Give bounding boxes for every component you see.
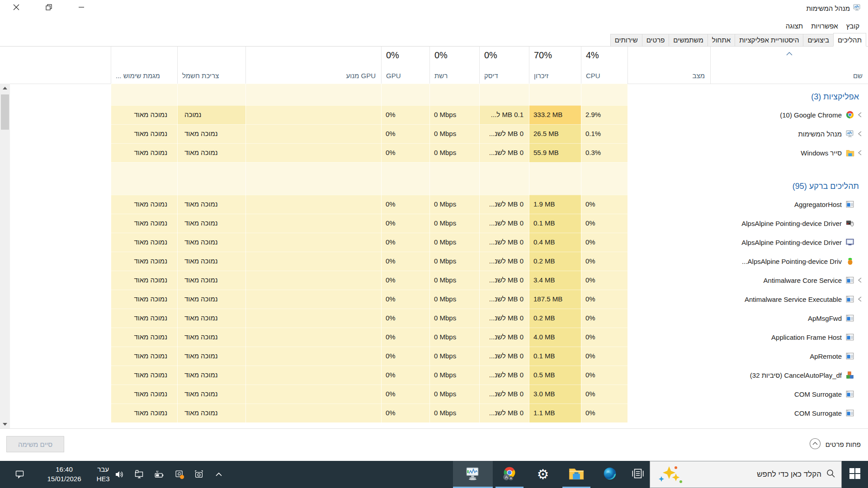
battery-icon[interactable] <box>154 469 165 480</box>
cell-trend <box>111 84 177 105</box>
column-header-network[interactable]: 0%רשת <box>429 47 479 84</box>
cell-trend <box>111 162 177 195</box>
process-row[interactable]: נמוכה מאודנמוכה מאוד0%0 Mbps0 MB לשנ...2… <box>0 124 868 143</box>
cell-gpu_engine <box>245 105 381 124</box>
menu-item-תצוגה[interactable]: תצוגה <box>782 20 807 32</box>
menu-item-אפשרויות[interactable]: אפשרויות <box>807 20 842 32</box>
process-name: מנהל המשימות <box>798 130 842 138</box>
cell-trend: נמוכה מאוד <box>111 271 177 290</box>
cell-memory: 0.5 MB <box>529 366 581 385</box>
search-input[interactable]: הקלד כאן כדי לחפש <box>757 470 821 479</box>
cell-power: נמוכה מאוד <box>177 233 245 252</box>
fewer-details-button[interactable]: פחות פרטים <box>809 438 861 451</box>
cell-gpu_engine <box>245 347 381 366</box>
process-name: AlpsAlpine Pointing-device Driver <box>741 220 842 227</box>
tab-שירותים[interactable]: שירותים <box>610 34 642 46</box>
start-button[interactable] <box>842 461 868 488</box>
tab-פרטים[interactable]: פרטים <box>642 34 670 46</box>
taskbar-app-task-view[interactable] <box>627 461 649 488</box>
column-header-power-usage[interactable]: צריכת חשמל <box>177 47 245 84</box>
taskbar-app-file-explorer[interactable] <box>560 461 593 488</box>
expand-chevron-icon[interactable] <box>854 112 865 118</box>
cell-gpu_engine <box>245 214 381 233</box>
taskbar-search[interactable]: הקלד כאן כדי לחפש <box>650 461 842 488</box>
restore-button[interactable] <box>38 1 59 15</box>
expand-chevron-icon[interactable] <box>854 150 865 156</box>
tab-היסטוריית אפליקציות[interactable]: היסטוריית אפליקציות <box>735 34 803 46</box>
end-task-button[interactable]: סיים משימה <box>6 436 64 452</box>
taskbar-app-chrome-translate[interactable]: AA <box>493 461 526 488</box>
process-row[interactable]: נמוכה מאודנמוכה מאוד0%0 Mbps0 MB לשנ...1… <box>0 404 868 422</box>
process-row[interactable]: נמוכה מאודנמוכה מאוד0%0 Mbps0 MB לשנ...0… <box>0 233 868 252</box>
process-row[interactable]: נמוכה מאודנמוכה מאוד0%0 Mbps0 MB לשנ...5… <box>0 143 868 162</box>
footer-bar: סיים משימה פחות פרטים <box>0 428 868 461</box>
cell-network: 0 Mbps <box>429 195 479 214</box>
cell-gpu: 0% <box>381 143 429 162</box>
folder-icon <box>845 148 854 157</box>
taskbar-clock[interactable]: 16:40 15/01/2026 <box>40 465 89 483</box>
column-header-gpu[interactable]: 0%GPU <box>381 47 429 84</box>
taskbar-app-task-manager[interactable] <box>453 461 493 488</box>
language-indicator[interactable]: עבר HE3 <box>93 465 113 483</box>
scrollbar-thumb[interactable] <box>1 94 9 130</box>
cell-memory: 187.5 MB <box>529 290 581 309</box>
process-row[interactable]: נמוכה מאודנמוכה מאוד0%0 Mbps0 MB לשנ...1… <box>0 195 868 214</box>
cell-trend: נמוכה מאוד <box>111 105 177 124</box>
process-row[interactable]: נמוכה מאודנמוכה מאוד0%0 Mbps0 MB לשנ...0… <box>0 309 868 328</box>
hidden-icons-chevron[interactable] <box>213 469 224 480</box>
cell-gpu: 0% <box>381 214 429 233</box>
column-header-status[interactable]: מצב <box>627 47 710 84</box>
process-row[interactable]: נמוכה מאודנמוכה מאוד0%0 Mbps0 MB לשנ...3… <box>0 385 868 404</box>
column-header-memory[interactable]: 70%זיכרון <box>529 47 581 84</box>
taskbar-app-edge[interactable] <box>593 461 627 488</box>
process-name: ...AlpsAlpine Pointing-device Driv <box>742 258 842 265</box>
column-header-name[interactable]: שם <box>710 47 868 84</box>
process-row[interactable]: נמוכה מאודנמוכה מאוד0%0 Mbps0 MB לשנ...0… <box>0 347 868 366</box>
cell-power: נמוכה מאוד <box>177 124 245 143</box>
cell-gpu_engine <box>245 143 381 162</box>
tab-אתחול[interactable]: אתחול <box>708 34 736 46</box>
sync-icon[interactable] <box>174 469 185 480</box>
process-row[interactable]: נמוכה מאודנמוכה מאוד0%0 Mbps0 MB לשנ...0… <box>0 214 868 233</box>
process-row[interactable]: נמוכה מאודנמוכה מאוד0%0 Mbps0 MB לשנ...0… <box>0 366 868 385</box>
tab-תהליכים[interactable]: תהליכים <box>833 33 866 47</box>
notification-center-icon[interactable] <box>14 469 25 480</box>
column-header-cpu[interactable]: 4%CPU <box>581 47 627 84</box>
cell-power: נמוכה <box>177 105 245 124</box>
process-row[interactable]: נמוכה מאודנמוכה מאוד0%0 Mbps0 MB לשנ...1… <box>0 290 868 309</box>
taskbar-app-settings-gear[interactable]: ⚙ <box>526 461 560 488</box>
cell-cpu: 2.9% <box>581 105 627 124</box>
close-button[interactable] <box>6 1 27 15</box>
group-header-label: תהליכים ברקע (95) <box>793 166 865 191</box>
cell-disk: 0 MB לשנ... <box>479 214 529 233</box>
tab-ביצועים[interactable]: ביצועים <box>803 34 833 46</box>
expand-chevron-icon[interactable] <box>854 296 865 302</box>
group-header-row[interactable]: תהליכים ברקע (95) <box>0 162 868 195</box>
cell-trend: נמוכה מאוד <box>111 290 177 309</box>
cell-gpu <box>381 84 429 105</box>
expand-chevron-icon[interactable] <box>854 277 865 283</box>
process-row[interactable]: נמוכה מאודנמוכה מאוד0%0 Mbps0 MB לשנ...0… <box>0 252 868 271</box>
process-row[interactable]: נמוכה מאודנמוכה מאוד0%0 Mbps0 MB לשנ...3… <box>0 271 868 290</box>
group-header-row[interactable]: אפליקציות (3) <box>0 84 868 105</box>
group-header-label: אפליקציות (3) <box>811 88 865 102</box>
volume-icon[interactable] <box>114 469 125 480</box>
column-header-power-usage-trend[interactable]: מגמת שימוש ... <box>111 47 177 84</box>
search-highlights-sparkle-icon[interactable] <box>656 464 684 485</box>
cell-memory: 0.2 MB <box>529 309 581 328</box>
vertical-scrollbar[interactable] <box>0 84 10 428</box>
minimize-button[interactable] <box>71 1 92 15</box>
column-header-gpu-engine[interactable]: מנוע GPU <box>245 47 381 84</box>
device-camera-icon[interactable] <box>193 469 204 480</box>
process-row[interactable]: נמוכה מאודנמוכה מאוד0%0 Mbps0 MB לשנ...4… <box>0 328 868 347</box>
menu-item-קובץ[interactable]: קובץ <box>842 20 863 32</box>
scroll-down-button[interactable] <box>0 420 10 428</box>
cell-cpu: 0% <box>581 290 627 309</box>
scroll-up-button[interactable] <box>0 84 10 92</box>
column-header-disk[interactable]: 0%דיסק <box>479 47 529 84</box>
process-name: (10) Google Chrome <box>780 111 842 119</box>
expand-chevron-icon[interactable] <box>854 131 865 137</box>
tab-משתמשים[interactable]: משתמשים <box>669 34 708 46</box>
network-display-icon[interactable] <box>134 469 145 480</box>
process-row[interactable]: נמוכה מאודנמוכה0%0 Mbps0.1 MB ל...333.2 … <box>0 105 868 124</box>
